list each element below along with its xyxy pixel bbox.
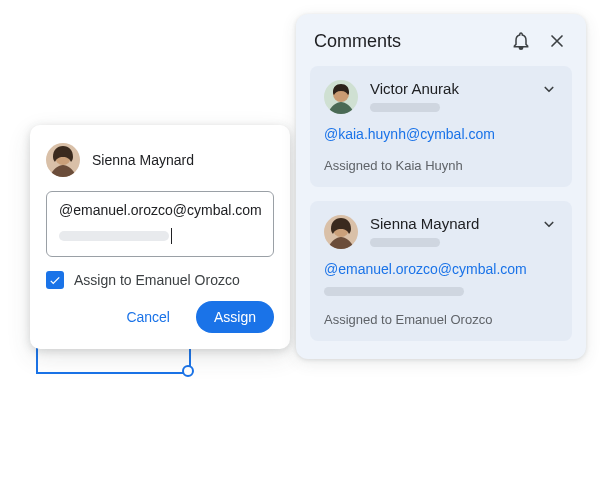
comment-body: @kaia.huynh@cymbal.com	[324, 126, 558, 142]
comment-input[interactable]: @emanuel.orozco@cymbal.com	[46, 191, 274, 257]
expand-comment-button[interactable]	[540, 215, 558, 237]
comment-card[interactable]: Sienna Maynard @emanuel.orozco@cymbal.co…	[310, 201, 572, 341]
comments-panel: Comments Victor Anurak @kaia.huynh@c	[296, 14, 586, 359]
comments-panel-header: Comments	[310, 30, 572, 52]
assign-checkbox-label: Assign to Emanuel Orozco	[74, 272, 240, 288]
comments-panel-title: Comments	[314, 31, 510, 52]
avatar	[324, 215, 358, 249]
notifications-button[interactable]	[510, 30, 532, 52]
comment-author-name: Victor Anurak	[370, 80, 528, 97]
comment-meta-skeleton	[370, 103, 440, 112]
mention-input-text: @emanuel.orozco@cymbal.com	[59, 202, 261, 218]
text-cursor	[171, 228, 172, 244]
comment-author-block: Victor Anurak	[370, 80, 528, 112]
panel-header-actions	[510, 30, 568, 52]
assigned-to-line: Assigned to Kaia Huynh	[324, 158, 558, 173]
cancel-button[interactable]: Cancel	[108, 301, 188, 333]
comment-card[interactable]: Victor Anurak @kaia.huynh@cymbal.com Ass…	[310, 66, 572, 187]
assign-checkbox[interactable]	[46, 271, 64, 289]
chevron-down-icon	[540, 80, 558, 98]
assign-button[interactable]: Assign	[196, 301, 274, 333]
mention-link[interactable]: @emanuel.orozco@cymbal.com	[324, 261, 527, 277]
comment-meta-skeleton	[370, 238, 440, 247]
selection-anchor	[36, 346, 191, 374]
comment-author-block: Sienna Maynard	[370, 215, 528, 247]
close-button[interactable]	[546, 30, 568, 52]
bell-icon	[511, 31, 531, 51]
avatar	[46, 143, 80, 177]
comment-body-skeleton	[324, 287, 464, 296]
avatar	[324, 80, 358, 114]
close-icon	[547, 31, 567, 51]
check-icon	[48, 273, 62, 287]
comment-header: Sienna Maynard	[324, 215, 558, 249]
assign-checkbox-row[interactable]: Assign to Emanuel Orozco	[46, 271, 274, 289]
chevron-down-icon	[540, 215, 558, 233]
assigned-to-line: Assigned to Emanuel Orozco	[324, 312, 558, 327]
expand-comment-button[interactable]	[540, 80, 558, 102]
input-placeholder-skeleton	[59, 231, 169, 241]
comment-header: Victor Anurak	[324, 80, 558, 114]
compose-header: Sienna Maynard	[46, 143, 274, 177]
new-comment-dialog: Sienna Maynard @emanuel.orozco@cymbal.co…	[30, 125, 290, 349]
comment-author-name: Sienna Maynard	[370, 215, 528, 232]
comment-body: @emanuel.orozco@cymbal.com	[324, 261, 558, 296]
input-second-line	[59, 228, 261, 244]
compose-actions: Cancel Assign	[46, 301, 274, 333]
mention-link[interactable]: @kaia.huynh@cymbal.com	[324, 126, 495, 142]
compose-author-name: Sienna Maynard	[92, 152, 194, 168]
